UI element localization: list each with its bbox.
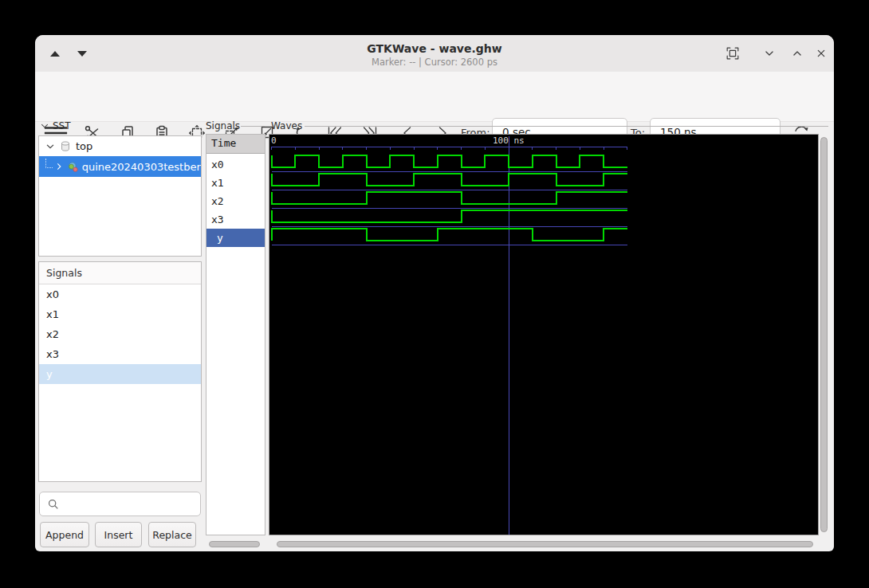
tree-item-top[interactable]: top [39, 136, 201, 156]
chevron-down-icon [762, 46, 777, 61]
waves-hscrollbar[interactable] [277, 541, 813, 547]
signal-row-x1[interactable]: x1 [206, 174, 265, 192]
window-title: GTKWave - wave.ghw [35, 42, 834, 55]
list-item-x1[interactable]: x1 [39, 304, 201, 324]
timeline-label-100ns: 100 ns [493, 135, 525, 146]
close-button[interactable] [811, 43, 832, 64]
waveform-svg: 0 100 ns [269, 135, 818, 535]
maximize-button[interactable] [787, 43, 808, 64]
insert-button[interactable]: Insert [95, 522, 142, 547]
waves-frame-line [305, 126, 828, 127]
tree-item-testbench[interactable]: quine20240303testbench [39, 156, 201, 177]
sst-label: SST [53, 120, 71, 131]
tree-guide-line [45, 159, 53, 168]
list-item-x3[interactable]: x3 [39, 344, 201, 364]
wave-grid-lines [272, 136, 627, 535]
signals-frame-line [241, 126, 265, 127]
expander-right-icon[interactable] [54, 161, 64, 172]
expander-down-icon[interactable] [45, 141, 56, 152]
window-subtitle: Marker: -- | Cursor: 2600 ps [35, 57, 834, 68]
signal-row-x0[interactable]: x0 [206, 155, 265, 174]
append-button[interactable]: Append [40, 522, 89, 547]
signals-name-panel: Time x0 x1 x2 x3 y [206, 134, 265, 535]
gtkwave-window: GTKWave - wave.ghw Marker: -- | Cursor: … [35, 35, 834, 551]
close-icon [814, 46, 828, 61]
sst-expander[interactable]: SST [40, 120, 71, 131]
signals-frame-text: Signals [206, 120, 240, 131]
time-header[interactable]: Time [206, 135, 265, 154]
search-icon [47, 498, 60, 511]
toolbar: From: To: [35, 72, 834, 122]
list-item-x0[interactable]: x0 [39, 284, 201, 304]
tree-item-label: top [76, 140, 92, 152]
waves-frame-label: Waves [271, 120, 302, 131]
signal-search-input[interactable] [39, 492, 201, 516]
module-icon [67, 160, 79, 174]
waves-vscrollbar[interactable] [820, 137, 828, 532]
replace-button[interactable]: Replace [148, 522, 196, 547]
sst-tree-panel: top quine20240303testbench [38, 135, 202, 257]
signal-list-header[interactable]: Signals [39, 262, 201, 284]
signal-row-x2[interactable]: x2 [206, 192, 265, 210]
signal-search-list: Signals x0 x1 x2 x3 y [38, 261, 202, 482]
waves-frame-text: Waves [271, 120, 302, 131]
signals-hscrollbar[interactable] [209, 541, 260, 547]
signals-frame-label: Signals [206, 120, 240, 131]
database-icon [59, 140, 72, 153]
signal-row-x3[interactable]: x3 [206, 210, 265, 229]
chevron-down-icon [40, 121, 49, 131]
timeline-label-0: 0 [271, 135, 277, 146]
chevron-up-icon [790, 46, 804, 61]
minimize-button[interactable] [759, 43, 780, 64]
titlebar[interactable]: GTKWave - wave.ghw Marker: -- | Cursor: … [35, 35, 834, 73]
signal-row-y[interactable]: y [206, 229, 265, 247]
wave-canvas[interactable]: 0 100 ns [269, 134, 819, 535]
list-item-y[interactable]: y [39, 364, 201, 384]
fullscreen-icon [725, 45, 741, 61]
tree-item-label: quine20240303testbench [82, 161, 201, 173]
fullscreen-button[interactable] [722, 43, 743, 64]
wave-traces [272, 155, 627, 241]
list-item-x2[interactable]: x2 [39, 324, 201, 344]
desktop: { "window": { "title": "GTKWave - wave.g… [0, 0, 869, 588]
